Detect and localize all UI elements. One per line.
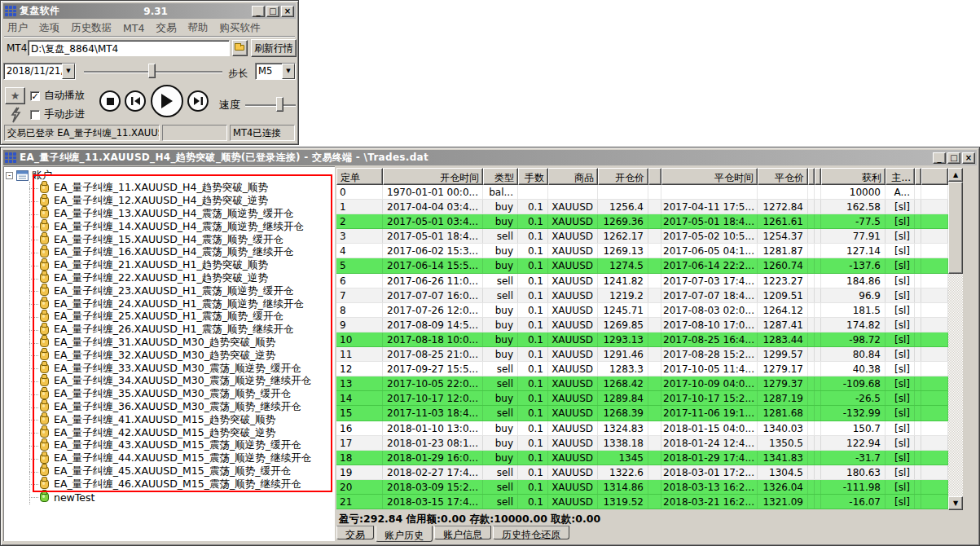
tree-item[interactable]: EA_量子纠缠_11.XAUUSD_H4_趋势突破_顺势 bbox=[4, 182, 335, 195]
tab-账户历史[interactable]: 账户历史 bbox=[376, 526, 433, 542]
tree-item[interactable]: EA_量子纠缠_35.XAUUSD_M30_震荡_顺势_缓开仓 bbox=[4, 388, 335, 401]
scrollbar-thumb[interactable] bbox=[948, 182, 963, 274]
stop-button[interactable] bbox=[99, 90, 121, 112]
tab-历史持仓还原[interactable]: 历史持仓还原 bbox=[493, 526, 569, 539]
close-button[interactable]: × bbox=[962, 152, 975, 164]
trade-row[interactable]: 52017-06-14 15:5...buy0.1XAUUSD1274.5201… bbox=[336, 258, 948, 273]
refresh-quotes-button[interactable]: 刷新行情 bbox=[251, 39, 297, 57]
menu-item-历史数据[interactable]: 历史数据 bbox=[71, 21, 112, 35]
skip-forward-button[interactable] bbox=[187, 90, 209, 112]
column-header[interactable]: 类型 bbox=[483, 168, 518, 185]
column-header[interactable]: 定单 bbox=[336, 168, 383, 185]
trade-row[interactable]: 92017-08-09 14:5...buy0.1XAUUSD1269.8520… bbox=[336, 318, 948, 332]
trade-row[interactable]: 172018-01-23 08:1...buy0.1XAUUSD1338.182… bbox=[336, 436, 948, 451]
tree-item[interactable]: EA_量子纠缠_34.XAUUSD_M30_震荡_顺逆势_继续开仓 bbox=[4, 375, 335, 388]
chevron-down-icon[interactable]: ▼ bbox=[62, 64, 75, 79]
trade-row[interactable]: 152017-11-03 18:4...sell0.1XAUUSD1268.39… bbox=[336, 406, 948, 421]
menu-item-购买软件[interactable]: 购买软件 bbox=[219, 21, 260, 35]
menu-item-交易[interactable]: 交易 bbox=[156, 21, 176, 35]
column-header[interactable]: 获利 bbox=[821, 168, 886, 185]
column-header[interactable]: 平仓价 bbox=[758, 168, 808, 185]
trade-row[interactable]: 82017-07-26 12:0...buy0.1XAUUSD1245.7120… bbox=[336, 303, 948, 318]
menu-item-帮助[interactable]: 帮助 bbox=[187, 21, 208, 35]
tree-item[interactable]: EA_量子纠缠_33.XAUUSD_M30_震荡_顺逆势_缓开仓 bbox=[4, 362, 335, 375]
tab-账户信息[interactable]: 账户信息 bbox=[434, 526, 491, 539]
tree-item[interactable]: EA_量子纠缠_41.XAUUSD_M15_趋势突破_顺势 bbox=[4, 413, 335, 426]
trade-row[interactable]: 182018-01-29 16:0...buy0.1XAUUSD13452018… bbox=[336, 451, 948, 465]
maximize-button[interactable]: □ bbox=[947, 152, 960, 164]
trade-row[interactable]: 12017-04-04 03:4...buy0.1XAUUSD1256.4201… bbox=[336, 200, 948, 214]
tree-item[interactable]: EA_量子纠缠_31.XAUUSD_M30_趋势突破_顺势 bbox=[4, 337, 335, 350]
menu-item-MT4[interactable]: MT4 bbox=[123, 22, 144, 34]
tree-item[interactable]: EA_量子纠缠_42.XAUUSD_M15_趋势突破_逆势 bbox=[4, 426, 335, 439]
column-header[interactable]: 开仓时间 bbox=[383, 168, 483, 185]
column-header[interactable]: 手数 bbox=[518, 168, 548, 185]
column-header[interactable]: 商品 bbox=[548, 168, 598, 185]
speed-slider-thumb[interactable] bbox=[276, 97, 283, 112]
tree-item[interactable]: EA_量子纠缠_12.XAUUSD_H4_趋势突破_逆势 bbox=[4, 195, 335, 208]
auto-play-checkbox[interactable]: ✓ bbox=[30, 91, 40, 101]
tree-item[interactable]: EA_量子纠缠_23.XAUUSD_H1_震荡_顺逆势_缓开仓 bbox=[4, 284, 335, 297]
timeline-slider-thumb[interactable] bbox=[148, 64, 156, 78]
trade-row[interactable]: 122017-09-27 15:5...sell0.1XAUUSD1283.32… bbox=[336, 362, 948, 376]
trade-row[interactable]: 212018-03-15 17:4...sell0.1XAUUSD1319.52… bbox=[336, 495, 948, 509]
scroll-down-button[interactable]: ▼ bbox=[948, 496, 963, 510]
trade-row[interactable]: 142017-10-17 12:0...buy0.1XAUUSD1289.842… bbox=[336, 391, 948, 406]
step-combobox[interactable]: M5 ▼ bbox=[255, 63, 296, 80]
close-button[interactable]: × bbox=[281, 6, 294, 17]
tree-item[interactable]: EA_量子纠缠_44.XAUUSD_M15_震荡_顺逆势_继续开仓 bbox=[4, 452, 335, 465]
speed-slider[interactable] bbox=[245, 104, 296, 106]
tree-item[interactable]: EA_量子纠缠_16.XAUUSD_H4_震荡_顺势_继续开仓 bbox=[4, 246, 335, 259]
column-header[interactable] bbox=[648, 168, 661, 185]
trade-row[interactable]: 202018-03-09 15:2...sell0.1XAUUSD1314.86… bbox=[336, 480, 948, 495]
column-header[interactable] bbox=[915, 168, 921, 185]
tree-item[interactable]: EA_量子纠缠_15.XAUUSD_H4_震荡_顺势_缓开仓 bbox=[4, 233, 335, 246]
maximize-button[interactable]: □ bbox=[266, 6, 279, 17]
tree-item[interactable]: newTest bbox=[4, 491, 335, 504]
trade-row[interactable]: 102017-08-18 10:0...buy0.1XAUUSD1293.132… bbox=[336, 332, 948, 347]
trade-row[interactable]: 62017-06-26 11:0...sell0.1XAUUSD1241.822… bbox=[336, 274, 948, 288]
folder-browse-button[interactable] bbox=[232, 40, 248, 56]
tab-交易[interactable]: 交易 bbox=[336, 526, 374, 539]
play-button[interactable] bbox=[151, 85, 183, 117]
tree-item[interactable]: EA_量子纠缠_22.XAUUSD_H1_趋势突破_逆势 bbox=[4, 272, 335, 285]
auto-play-option[interactable]: ✓ 自动播放 bbox=[30, 89, 85, 103]
tree-item[interactable]: EA_量子纠缠_14.XAUUSD_H4_震荡_顺逆势_继续开仓 bbox=[4, 220, 335, 233]
manual-step-option[interactable]: 手动步进 bbox=[30, 108, 85, 121]
manual-step-checkbox[interactable] bbox=[30, 110, 40, 120]
trade-row[interactable]: 72017-07-07 16:0...sell0.1XAUUSD1219.220… bbox=[336, 288, 948, 303]
tree-item[interactable]: EA_量子纠缠_45.XAUUSD_M15_震荡_顺势_缓开仓 bbox=[4, 465, 335, 478]
scroll-up-button[interactable]: ▲ bbox=[948, 168, 963, 182]
trade-row[interactable]: 42017-06-02 15:3...buy0.1XAUUSD1269.1320… bbox=[336, 244, 948, 258]
column-header[interactable] bbox=[921, 168, 948, 185]
mt4-path-input[interactable]: D:\复盘_8864\MT4 bbox=[28, 40, 230, 56]
menu-item-选项[interactable]: 选项 bbox=[39, 21, 59, 35]
tree-item[interactable]: EA_量子纠缠_36.XAUUSD_M30_震荡_顺势_继续开仓 bbox=[4, 401, 335, 414]
tree-item[interactable]: EA_量子纠缠_46.XAUUSD_M15_震荡_顺势_继续开仓 bbox=[4, 478, 335, 491]
minimize-button[interactable]: _ bbox=[252, 6, 265, 17]
trade-row[interactable]: 01970-01-01 00:0...bal...10000A... bbox=[336, 185, 948, 200]
tree-root-accounts[interactable]: - 账户 bbox=[6, 169, 52, 182]
column-header[interactable]: 开仓价 bbox=[598, 168, 648, 185]
column-header[interactable]: 主... bbox=[886, 168, 915, 185]
chevron-down-icon[interactable]: ▼ bbox=[282, 64, 295, 79]
favorite-button[interactable]: ★ bbox=[5, 87, 25, 104]
trade-row[interactable]: 162018-01-10 13:0...buy0.1XAUUSD1324.832… bbox=[336, 421, 948, 436]
tree-item[interactable]: EA_量子纠缠_25.XAUUSD_H1_震荡_顺势_缓开仓 bbox=[4, 310, 335, 324]
minimize-button[interactable]: _ bbox=[933, 152, 946, 164]
tree-item[interactable]: EA_量子纠缠_43.XAUUSD_M15_震荡_顺逆势_缓开仓 bbox=[4, 439, 335, 452]
tree-item[interactable]: EA_量子纠缠_21.XAUUSD_H1_趋势突破_顺势 bbox=[4, 259, 335, 272]
trade-row[interactable]: 192018-02-27 17:4...sell0.1XAUUSD1322.62… bbox=[336, 465, 948, 480]
tree-item[interactable]: EA_量子纠缠_24.XAUUSD_H1_震荡_顺逆势_继续开仓 bbox=[4, 297, 335, 310]
trade-row[interactable]: 32017-05-01 18:4...sell0.1XAUUSD1262.172… bbox=[336, 229, 948, 244]
tree-item[interactable]: EA_量子纠缠_26.XAUUSD_H1_震荡_顺势_继续开仓 bbox=[4, 324, 335, 337]
skip-back-button[interactable] bbox=[125, 90, 146, 112]
tree-item[interactable]: EA_量子纠缠_32.XAUUSD_M30_趋势突破_逆势 bbox=[4, 349, 335, 362]
menu-item-用户[interactable]: 用户 bbox=[7, 21, 28, 35]
tree-item[interactable]: EA_量子纠缠_13.XAUUSD_H4_震荡_顺逆势_缓开仓 bbox=[4, 208, 335, 221]
vertical-scrollbar[interactable]: ▲ ▼ bbox=[948, 168, 963, 510]
trade-row[interactable]: 132017-10-05 22:0...sell0.1XAUUSD1268.42… bbox=[336, 376, 948, 391]
date-combobox[interactable]: 2018/11/21,: ▼ bbox=[3, 63, 76, 80]
trade-row[interactable]: 112017-08-25 21:0...buy0.1XAUUSD1291.462… bbox=[336, 347, 948, 362]
column-header[interactable]: 平仓时间 bbox=[661, 168, 758, 185]
